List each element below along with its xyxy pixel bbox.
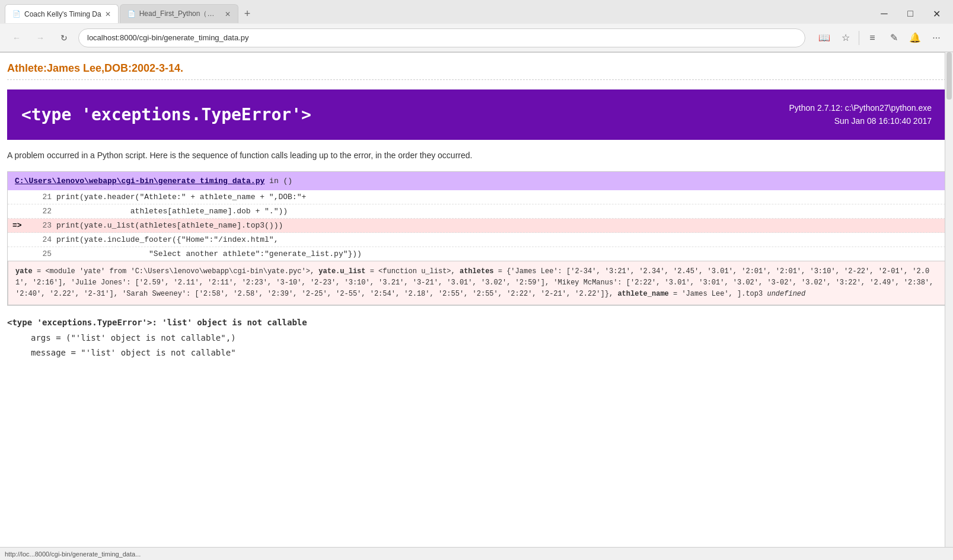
line-code-24: print(yate.include_footer({"Home":"/inde…	[56, 235, 278, 244]
line-arrow-23: =>	[12, 221, 30, 230]
line-code-23: print(yate.u_list(athletes[athlete_name]…	[56, 221, 283, 230]
code-line-24: 24 print(yate.include_footer({"Home":"/i…	[8, 233, 945, 247]
code-line-23: => 23 print(yate.u_list(athletes[athlete…	[8, 219, 945, 233]
code-line-25: 25 "Select another athlete":"generate_li…	[8, 247, 945, 261]
line-code-22: athletes[athlete_name].dob + "."))	[56, 207, 288, 216]
scrollbar[interactable]	[945, 52, 953, 547]
minimize-button[interactable]: ─	[872, 4, 896, 23]
toolbar-icons: 📖 ☆ ≡ ✎ 🔔 ···	[815, 28, 946, 47]
browser-chrome: 📄 Coach Kelly's Timing Da ✕ 📄 Head_First…	[0, 0, 953, 53]
favorites-icon[interactable]: ☆	[836, 28, 855, 47]
var-athletes-label: athletes	[460, 267, 494, 276]
new-tab-button[interactable]: +	[240, 7, 256, 21]
error-datetime: Sun Jan 08 16:10:40 2017	[789, 114, 932, 127]
page-content: Athlete:James Lee,DOB:2002-3-14. <type '…	[0, 53, 953, 560]
hamburger-icon[interactable]: ≡	[863, 28, 882, 47]
line-num-21: 21	[30, 193, 52, 201]
scroll-thumb[interactable]	[946, 52, 952, 100]
line-num-23: 23	[30, 221, 52, 230]
error-banner: <type 'exceptions.TypeError'> Python 2.7…	[7, 89, 946, 140]
traceback-box: C:\Users\lenovo\webapp\cgi-bin\generate_…	[7, 171, 946, 306]
error-meta: Python 2.7.12: c:\Python27\python.exe Su…	[789, 101, 932, 128]
close-button[interactable]: ✕	[925, 4, 948, 23]
tab-active[interactable]: 📄 Coach Kelly's Timing Da ✕	[5, 4, 119, 23]
error-summary: <type 'exceptions.TypeError'>: 'list' ob…	[7, 315, 946, 360]
traceback-in-text: in ()	[269, 177, 292, 185]
code-line-22: 22 athletes[athlete_name].dob + "."))	[8, 204, 945, 219]
status-bar: http://loc...8000/cgi-bin/generate_timin…	[0, 547, 953, 560]
error-type-text: <type 'exceptions.TypeError'>	[21, 105, 311, 124]
forward-button[interactable]: →	[31, 28, 50, 47]
window-controls: ─ □ ✕	[872, 4, 948, 23]
var-yate-label: yate	[15, 267, 33, 276]
line-code-21: print(yate.header("Athlete:" + athlete_n…	[56, 193, 306, 201]
line-code-25: "Select another athlete":"generate_list.…	[56, 249, 362, 258]
alerts-icon[interactable]: 🔔	[906, 28, 925, 47]
tab-title-2: Head_First_Python（中文版	[139, 9, 221, 19]
back-button[interactable]: ←	[7, 28, 26, 47]
status-text: http://loc...8000/cgi-bin/generate_timin…	[5, 551, 141, 558]
line-num-22: 22	[30, 207, 52, 216]
edit-icon[interactable]: ✎	[884, 28, 903, 47]
variables-box: yate = <module 'yate' from 'C:\Users\len…	[8, 261, 945, 306]
code-lines: 21 print(yate.header("Athlete:" + athlet…	[8, 190, 945, 261]
traceback-file-link[interactable]: C:\Users\lenovo\webapp\cgi-bin\generate_…	[15, 177, 264, 185]
url-text: localhost:8000/cgi-bin/generate_timing_d…	[87, 33, 796, 42]
line-num-25: 25	[30, 249, 52, 258]
url-bar[interactable]: localhost:8000/cgi-bin/generate_timing_d…	[78, 28, 805, 47]
var-athlete-name-label: athlete_name	[617, 290, 668, 298]
error-description: A problem occurred in a Python script. H…	[7, 149, 946, 162]
error-args: args = ("'list' object is not callable",…	[7, 331, 946, 345]
line-num-24: 24	[30, 235, 52, 244]
tab-inactive[interactable]: 📄 Head_First_Python（中文版 ✕	[120, 4, 238, 23]
tab-favicon-2: 📄	[128, 10, 136, 18]
tab-close-2[interactable]: ✕	[225, 10, 231, 18]
code-line-21: 21 print(yate.header("Athlete:" + athlet…	[8, 190, 945, 204]
error-summary-title: <type 'exceptions.TypeError'>: 'list' ob…	[7, 315, 946, 330]
error-message: message = "'list' object is not callable…	[7, 345, 946, 360]
tab-close-1[interactable]: ✕	[105, 10, 111, 18]
toolbar-divider	[859, 31, 859, 45]
refresh-button[interactable]: ↻	[55, 28, 74, 47]
tab-bar: 📄 Coach Kelly's Timing Da ✕ 📄 Head_First…	[0, 0, 953, 24]
traceback-header: C:\Users\lenovo\webapp\cgi-bin\generate_…	[8, 172, 945, 190]
address-bar: ← → ↻ localhost:8000/cgi-bin/generate_ti…	[0, 24, 953, 52]
python-version: Python 2.7.12: c:\Python27\python.exe	[789, 101, 932, 114]
athlete-header: Athlete:James Lee,DOB:2002-3-14.	[7, 57, 946, 80]
more-icon[interactable]: ···	[927, 28, 946, 47]
reading-list-icon[interactable]: 📖	[815, 28, 834, 47]
maximize-button[interactable]: □	[898, 4, 922, 23]
var-u-list-label: yate.u_list	[318, 267, 365, 276]
tab-favicon-1: 📄	[12, 10, 21, 18]
tab-title-1: Coach Kelly's Timing Da	[24, 10, 101, 18]
